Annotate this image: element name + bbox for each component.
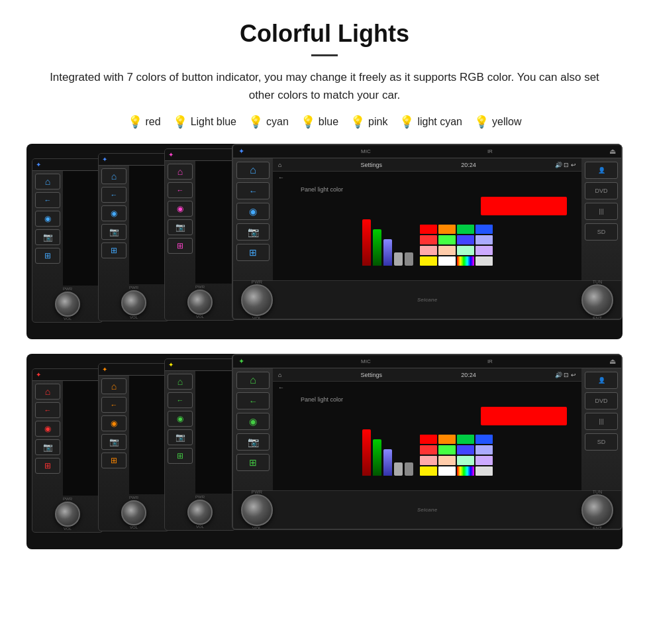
btn-home-2-1[interactable]: ⌂ xyxy=(35,384,60,400)
right-btn-2-dvd[interactable]: DVD xyxy=(585,392,618,409)
swatch2-8[interactable] xyxy=(475,445,493,455)
main-btn-sd-2[interactable]: ⊞ xyxy=(236,454,270,471)
slider-handle-2-1[interactable] xyxy=(394,462,403,476)
swatch-5[interactable] xyxy=(420,235,437,244)
right-btn-dvd[interactable]: DVD xyxy=(585,182,618,199)
swatch-15[interactable] xyxy=(475,256,493,266)
swatch-9[interactable] xyxy=(420,246,437,255)
right-btn-sd[interactable]: SD xyxy=(585,223,618,241)
swatch-13[interactable] xyxy=(420,256,437,266)
swatch2-7[interactable] xyxy=(457,445,474,455)
main-knob-left-1[interactable] xyxy=(241,284,273,316)
swatch2-3[interactable] xyxy=(457,435,474,444)
btn-cam-2-1[interactable]: 📷 xyxy=(35,439,60,455)
btn-sd-2-2[interactable]: ⊞ xyxy=(101,453,126,468)
btn-android-2-1[interactable]: ◉ xyxy=(35,421,60,437)
swatch2-1[interactable] xyxy=(420,435,437,444)
swatch2-9[interactable] xyxy=(420,456,437,465)
knob-vol-2[interactable] xyxy=(121,290,146,315)
swatch-2[interactable] xyxy=(438,225,456,234)
btn-android-2-2[interactable]: ◉ xyxy=(101,415,126,431)
btn-sd-2-3[interactable]: ⊞ xyxy=(168,448,193,464)
swatch-3[interactable] xyxy=(457,225,474,234)
btn-sd-2[interactable]: ⊞ xyxy=(101,242,126,258)
main-btn-android-2[interactable]: ◉ xyxy=(236,413,270,430)
btn-home-2-2[interactable]: ⌂ xyxy=(101,378,126,394)
swatch2-6[interactable] xyxy=(438,445,456,455)
knob-vol-1[interactable] xyxy=(55,292,80,317)
btn-cam-2-3[interactable]: 📷 xyxy=(168,429,193,445)
knob-2-2[interactable] xyxy=(121,500,146,525)
main-btn-sd-1[interactable]: ⊞ xyxy=(236,244,270,261)
swatch2-14[interactable] xyxy=(438,466,456,476)
right-btn-2-1[interactable]: 👤 xyxy=(585,372,618,389)
slider-handle-2[interactable] xyxy=(405,252,413,266)
swatch2-rainbow[interactable] xyxy=(457,466,474,476)
swatch-7[interactable] xyxy=(457,235,474,244)
btn-back-1[interactable]: ← xyxy=(35,192,60,208)
main-knob-left-2[interactable] xyxy=(241,494,273,526)
knob-2-1[interactable] xyxy=(55,502,80,527)
main-knob-right-1[interactable] xyxy=(581,284,613,316)
btn-back-3[interactable]: ← xyxy=(168,182,193,198)
swatch-6[interactable] xyxy=(438,235,456,244)
btn-home-2[interactable]: ⌂ xyxy=(101,168,126,184)
btn-android-3[interactable]: ◉ xyxy=(168,201,193,217)
knob-2-3[interactable] xyxy=(187,500,213,525)
back-arrow-2[interactable]: ← xyxy=(278,384,284,391)
unit2-3-left-btns: ⌂ ← ◉ 📷 ⊞ xyxy=(165,371,195,494)
back-arrow-1[interactable]: ← xyxy=(278,174,284,181)
swatch-12[interactable] xyxy=(475,246,493,255)
btn-android-1[interactable]: ◉ xyxy=(35,211,60,227)
btn-back-2-2[interactable]: ← xyxy=(101,397,126,413)
main-btn-back-1[interactable]: ← xyxy=(236,182,270,199)
btn-android-2-3[interactable]: ◉ xyxy=(168,411,193,427)
slider-handle-1[interactable] xyxy=(394,252,403,266)
swatch-10[interactable] xyxy=(438,246,456,255)
unit3-body: ⌂ ← ◉ 📷 ⊞ xyxy=(165,161,235,284)
swatch-1[interactable] xyxy=(420,225,437,234)
right-btn-2-sd[interactable]: SD xyxy=(585,433,618,451)
btn-cam-3[interactable]: 📷 xyxy=(168,219,193,235)
right-btn-1[interactable]: 👤 xyxy=(585,162,618,179)
btn-sd-2-1[interactable]: ⊞ xyxy=(35,458,60,474)
swatch2-12[interactable] xyxy=(475,456,493,465)
btn-back-2-1[interactable]: ← xyxy=(35,402,60,418)
btn-home-3[interactable]: ⌂ xyxy=(168,164,193,180)
main-btn-home-2[interactable]: ⌂ xyxy=(236,372,270,389)
btn-sd-3[interactable]: ⊞ xyxy=(168,238,193,254)
main-btn-home-1[interactable]: ⌂ xyxy=(236,162,270,179)
swatch-4[interactable] xyxy=(475,225,493,234)
swatch2-5[interactable] xyxy=(420,445,437,455)
btn-back-2-3[interactable]: ← xyxy=(168,392,193,408)
swatch-11[interactable] xyxy=(457,246,474,255)
main-btn-cam-2[interactable]: 📷 xyxy=(236,433,270,451)
swatch-14[interactable] xyxy=(438,256,456,266)
swatch2-10[interactable] xyxy=(438,456,456,465)
swatch2-13[interactable] xyxy=(420,466,437,476)
swatch2-11[interactable] xyxy=(457,456,474,465)
main-knob-right-2[interactable] xyxy=(581,494,613,526)
watermark-2: Seicane xyxy=(417,507,437,513)
main-btn-cam-1[interactable]: 📷 xyxy=(236,223,270,241)
right-btn-eq[interactable]: ||| xyxy=(585,203,618,220)
main-btn-back-2[interactable]: ← xyxy=(236,392,270,409)
swatch2-2[interactable] xyxy=(438,435,456,444)
btn-home-2-3[interactable]: ⌂ xyxy=(168,374,193,390)
btn-cam-2-2[interactable]: 📷 xyxy=(101,434,126,450)
swatch-8[interactable] xyxy=(475,235,493,244)
btn-back-2[interactable]: ← xyxy=(101,187,126,203)
btn-android-2[interactable]: ◉ xyxy=(101,205,126,221)
slider-handle-2-2[interactable] xyxy=(405,462,413,476)
swatch-rainbow[interactable] xyxy=(457,256,474,266)
main-btn-android-1[interactable]: ◉ xyxy=(236,203,270,220)
right-btn-2-eq[interactable]: ||| xyxy=(585,413,618,430)
btn-cam-2[interactable]: 📷 xyxy=(101,224,126,240)
btn-sd-1[interactable]: ⊞ xyxy=(35,248,60,264)
swatch2-4[interactable] xyxy=(475,435,493,444)
btn-cam-1[interactable]: 📷 xyxy=(35,229,60,245)
btn-home-1[interactable]: ⌂ xyxy=(35,174,60,189)
main-bt-icon-1: ✦ xyxy=(238,147,244,156)
swatch2-15[interactable] xyxy=(475,466,493,476)
knob-vol-3[interactable] xyxy=(187,290,213,315)
